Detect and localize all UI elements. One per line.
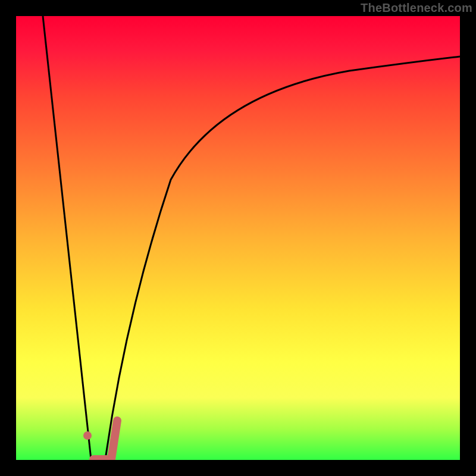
plot-svg [16,16,460,460]
tick-dot [83,431,92,440]
watermark-text: TheBottleneck.com [361,1,472,15]
curve-left-descent [43,16,91,459]
curve-right-rise [105,57,460,459]
chart-frame: TheBottleneck.com [0,0,476,476]
plot-area [16,16,460,460]
